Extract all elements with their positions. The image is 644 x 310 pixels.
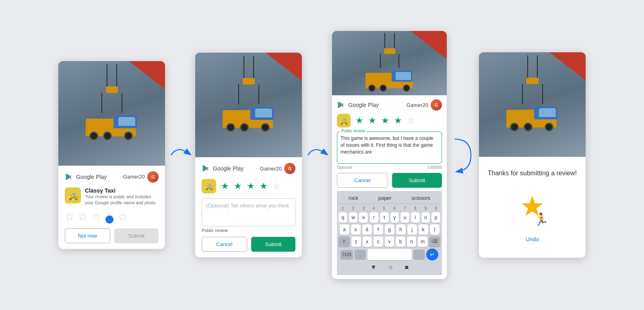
num-9[interactable]: 9 [421, 205, 430, 211]
buttons-row-1: Not now Submit [65, 228, 159, 243]
public-review-label-2: Public review [202, 228, 295, 233]
period-key[interactable]: . [413, 250, 425, 259]
star-3-1[interactable]: ★ [355, 115, 363, 126]
suggestion-3[interactable]: scissors [411, 195, 430, 201]
key-q[interactable]: q [339, 212, 347, 223]
key-row-2: a s d f g h j k l [339, 224, 440, 235]
key-o[interactable]: o [421, 212, 430, 223]
undo-button[interactable]: Undo [518, 233, 547, 246]
key-row-bottom: ?123 , . ↵ [339, 248, 440, 261]
submit-button-2[interactable]: Submit [251, 237, 296, 252]
nav-recent[interactable]: ■ [405, 264, 409, 271]
star-1-2[interactable]: ☆ [78, 211, 87, 222]
key-m[interactable]: m [418, 236, 427, 247]
star-3-2[interactable]: ★ [368, 115, 376, 126]
symbols-key[interactable]: ?123 [341, 250, 353, 259]
suggestion-1[interactable]: rock [349, 195, 359, 201]
not-now-button[interactable]: Not now [65, 228, 110, 243]
num-1[interactable]: 1 [339, 205, 347, 211]
key-h[interactable]: h [396, 224, 406, 235]
gp-user-row-1: Gamer20 G [123, 171, 159, 183]
enter-key[interactable]: ↵ [426, 248, 438, 261]
game-header-4 [479, 52, 586, 157]
key-t[interactable]: t [380, 212, 389, 223]
key-p[interactable]: p [431, 212, 440, 223]
arrow-3 [451, 131, 475, 179]
star-3-5[interactable]: ☆ [407, 115, 415, 126]
key-c[interactable]: c [374, 236, 383, 247]
game-header-2 [195, 53, 302, 157]
gp-username-2: Gamer20 [260, 166, 282, 172]
num-3[interactable]: 3 [359, 205, 368, 211]
key-f[interactable]: f [374, 224, 383, 235]
key-row-3: ⇧ z x c v b n m ⌫ [339, 236, 440, 247]
thank-you-illustration: ★ 🏃 [512, 186, 553, 226]
star-2-3[interactable]: ★ [247, 181, 255, 191]
key-w[interactable]: w [349, 212, 358, 223]
star-1-4[interactable]: ☆ [105, 211, 114, 222]
key-i[interactable]: i [411, 212, 420, 223]
star-3-3[interactable]: ★ [381, 115, 389, 126]
key-r[interactable]: r [369, 212, 378, 223]
star-2-4[interactable]: ★ [260, 181, 268, 191]
key-row-1: q w e r t y u i o p [339, 212, 440, 223]
google-play-icon-2 [202, 164, 211, 173]
backspace-key[interactable]: ⌫ [429, 236, 440, 247]
key-g[interactable]: g [385, 224, 394, 235]
arrow-1-container [169, 139, 191, 171]
shift-key[interactable]: ⇧ [339, 236, 350, 247]
key-e[interactable]: e [359, 212, 368, 223]
character-icon: 🏃 [534, 212, 549, 226]
thank-you-text: Thanks for submitting a review! [488, 169, 577, 178]
nav-back[interactable]: ▼ [370, 264, 377, 271]
num-4[interactable]: 4 [369, 205, 378, 211]
star-2-5[interactable]: ☆ [272, 181, 281, 191]
submit-button-3[interactable]: Submit [392, 173, 442, 188]
star-1-1[interactable]: ☆ [65, 211, 74, 222]
num-6[interactable]: 6 [390, 205, 399, 211]
review-input-placeholder-2[interactable]: (Optional) Tell others what you think [202, 198, 295, 226]
suggestion-2[interactable]: paper [378, 195, 392, 201]
key-b[interactable]: b [396, 236, 405, 247]
submit-button-1[interactable]: Submit [114, 228, 159, 243]
key-a[interactable]: a [340, 224, 349, 235]
star-2-2[interactable]: ★ [234, 181, 242, 191]
cancel-button-2[interactable]: Cancel [202, 237, 247, 252]
space-key[interactable] [367, 249, 412, 260]
num-5[interactable]: 5 [380, 205, 389, 211]
bottom-panel-1: Google Play Gamer20 G 🚕 Classy Taxi Your… [58, 166, 165, 249]
gp-title-3: Google Play [348, 102, 379, 108]
placeholder-text-2: (Optional) Tell others what you think [206, 203, 289, 209]
app-subtitle-1: Your review is public and includes your … [85, 194, 159, 206]
key-n[interactable]: n [407, 236, 417, 247]
star-1-5[interactable]: ☆ [118, 211, 127, 222]
buttons-row-3: Cancel Submit [337, 173, 442, 188]
key-y[interactable]: y [390, 212, 399, 223]
key-z[interactable]: z [351, 236, 361, 247]
key-l[interactable]: l [430, 224, 440, 235]
key-j[interactable]: j [407, 224, 417, 235]
nav-home[interactable]: ○ [389, 264, 393, 271]
review-text-3[interactable]: This game is awesome, but I have a coupl… [337, 131, 442, 164]
num-0[interactable]: 0 [431, 205, 440, 211]
comma-key[interactable]: , [355, 250, 366, 259]
star-1-3[interactable]: ☆ [91, 211, 101, 222]
red-triangle-3 [411, 31, 447, 59]
key-u[interactable]: u [400, 212, 409, 223]
game-header-1 [58, 61, 165, 166]
key-d[interactable]: d [362, 224, 372, 235]
star-3-4[interactable]: ★ [394, 115, 402, 126]
user-avatar-3: G [431, 99, 442, 111]
key-k[interactable]: k [419, 224, 428, 235]
star-2-1[interactable]: ★ [221, 181, 229, 191]
keyboard-3: rock paper scissors 1 2 3 4 5 6 7 8 9 0 [337, 191, 442, 275]
num-7[interactable]: 7 [400, 205, 409, 211]
key-v[interactable]: v [385, 236, 394, 247]
cancel-button-3[interactable]: Cancel [337, 173, 388, 188]
key-s[interactable]: s [351, 224, 361, 235]
num-8[interactable]: 8 [411, 205, 420, 211]
key-x[interactable]: x [363, 236, 372, 247]
stars-row-1[interactable]: ☆ ☆ ☆ ☆ ☆ [65, 211, 159, 222]
num-2[interactable]: 2 [349, 205, 358, 211]
bottom-panel-3: Google Play Gamer20 G 🚕 ★ ★ ★ ★ ☆ Public… [332, 95, 447, 279]
